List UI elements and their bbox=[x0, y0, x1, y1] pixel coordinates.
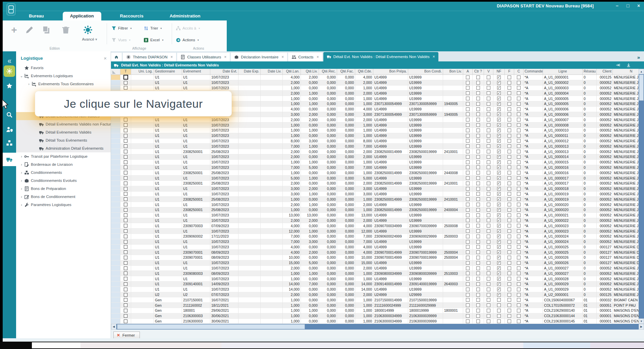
cell-ligne[interactable]: A_U1_0000001 bbox=[543, 75, 583, 80]
cell-c[interactable] bbox=[514, 165, 524, 170]
cell-qfac[interactable]: 0,000 bbox=[337, 112, 355, 117]
type-checkbox-icon[interactable] bbox=[124, 118, 127, 121]
checkbox-c[interactable] bbox=[517, 208, 521, 212]
table-row[interactable]: U1U110/07/20232,0000,0000,0000,0002,000U… bbox=[111, 154, 644, 160]
cell-dexp[interactable] bbox=[238, 229, 261, 234]
tab-d-claration-inventaire[interactable]: Déclaration Inventaire× bbox=[231, 53, 287, 61]
cell-dexp[interactable] bbox=[238, 213, 261, 218]
cell-qliv[interactable]: 0,000 bbox=[301, 234, 319, 239]
cell-sel[interactable] bbox=[111, 144, 120, 149]
column-header-qliv[interactable]: Qté.Liv. bbox=[301, 69, 319, 74]
cell-nf[interactable]: ✓ bbox=[493, 170, 505, 175]
cell-dliv[interactable] bbox=[261, 176, 283, 181]
cell-even[interactable]: U1 bbox=[182, 75, 210, 80]
cell-even[interactable]: 2111160002 bbox=[182, 303, 210, 308]
cell-unilog[interactable] bbox=[131, 271, 154, 276]
cell-nf[interactable]: ✓ bbox=[493, 160, 505, 165]
cell-client[interactable]: 000052 bbox=[597, 218, 613, 223]
checkbox-ctr[interactable] bbox=[476, 134, 480, 138]
cell-ligne[interactable]: A_U1_0000029 bbox=[543, 282, 583, 287]
cell-gest[interactable]: U1 bbox=[154, 255, 182, 260]
checkbox-c[interactable] bbox=[517, 298, 521, 302]
cell-sel[interactable] bbox=[111, 239, 120, 244]
cell-qlan[interactable]: 1,000 bbox=[283, 96, 301, 101]
cell-dliv[interactable] bbox=[261, 213, 283, 218]
type-checkbox-icon[interactable] bbox=[124, 192, 127, 196]
cell-qcde[interactable]: 1,000 bbox=[355, 96, 373, 101]
cell-bprepa[interactable]: 1800014999 bbox=[373, 308, 408, 313]
checkbox-nf-checked[interactable]: ✓ bbox=[497, 197, 501, 201]
cell-ctr[interactable] bbox=[473, 186, 484, 191]
cell-qcde[interactable]: 13,000 bbox=[355, 213, 373, 218]
cell-qliv[interactable]: 1,000 bbox=[301, 176, 319, 181]
cell-v[interactable] bbox=[484, 107, 493, 112]
cell-devt[interactable]: 10/07/2023 bbox=[210, 154, 238, 159]
cell-commande[interactable]: *A bbox=[524, 154, 543, 159]
cell-bcondi[interactable]: U19999 bbox=[408, 144, 443, 149]
cell-nf[interactable]: ✓ bbox=[493, 96, 505, 101]
type-checkbox-icon[interactable] bbox=[124, 235, 127, 238]
cell-even[interactable]: U1 bbox=[182, 202, 210, 207]
checkbox-c[interactable] bbox=[517, 261, 521, 265]
cell-qliv[interactable]: 0,000 bbox=[301, 297, 319, 302]
cell-qfac[interactable]: 0,000 bbox=[337, 234, 355, 239]
cell-even[interactable]: U1 bbox=[182, 80, 210, 85]
cell-bcondi[interactable]: U19999 bbox=[408, 192, 443, 197]
table-row[interactable]: U1U110/07/20233,0001,0000,0000,0003,000U… bbox=[111, 192, 644, 197]
checkbox-nf-checked[interactable]: ✓ bbox=[497, 218, 501, 222]
cell-qliv[interactable]: 0,000 bbox=[301, 122, 319, 128]
checkbox-a[interactable] bbox=[466, 309, 470, 312]
cell-t[interactable] bbox=[120, 297, 131, 302]
checkbox-v[interactable] bbox=[487, 197, 490, 201]
table-row[interactable]: U1230825000125/08/20231,0000,0000,0000,0… bbox=[111, 170, 644, 176]
cell-client[interactable]: 000052 bbox=[597, 202, 613, 207]
cell-bcondi[interactable]: U19999 bbox=[408, 276, 443, 281]
cell-nf[interactable]: ✓ bbox=[493, 207, 505, 212]
cell-nf[interactable]: ✓ bbox=[493, 186, 505, 191]
cell-qfac[interactable]: 0,000 bbox=[337, 218, 355, 223]
cell-bprepa[interactable]: 23082500014999 bbox=[373, 197, 408, 202]
cell-bliv[interactable]: 2500003 bbox=[443, 234, 463, 239]
cell-bprepa[interactable]: U14999 bbox=[373, 218, 408, 223]
cell-t[interactable] bbox=[120, 218, 131, 223]
cell-qliv[interactable]: 0,000 bbox=[301, 154, 319, 159]
checkbox-a[interactable] bbox=[466, 160, 470, 164]
cell-unilog[interactable] bbox=[131, 133, 154, 138]
cell-nf[interactable]: ✓ bbox=[493, 112, 505, 117]
cell-qrec[interactable]: 0,000 bbox=[319, 213, 337, 218]
checkbox-ctr[interactable] bbox=[476, 187, 480, 191]
cell-t[interactable] bbox=[120, 303, 131, 308]
column-header-bliv[interactable]: Bon Liv. bbox=[443, 69, 463, 74]
table-row[interactable]: U1U110/07/20237,0001,0000,0000,0007,000U… bbox=[111, 144, 644, 149]
cell-qrec[interactable]: 0,000 bbox=[319, 292, 337, 297]
cell-qrec[interactable]: 0,000 bbox=[319, 133, 337, 138]
cell-unilog[interactable] bbox=[131, 80, 154, 85]
cell-bcondi[interactable]: U19999 bbox=[408, 107, 443, 112]
advanced-label[interactable]: Avancé ▾ bbox=[75, 37, 104, 42]
cell-qcde[interactable]: 1,000 bbox=[355, 271, 373, 276]
cell-dexp[interactable] bbox=[238, 234, 261, 239]
checkbox-ctr[interactable] bbox=[476, 261, 480, 265]
table-row[interactable]: U1U110/07/202315,0005,0000,0000,00015,00… bbox=[111, 260, 644, 266]
cell-c[interactable] bbox=[514, 101, 524, 106]
column-header-qcde[interactable]: Qté.Cde. bbox=[355, 69, 373, 74]
cell-bliv[interactable]: 2500004 bbox=[443, 250, 463, 255]
cell-ctr[interactable] bbox=[473, 101, 484, 106]
checkbox-a[interactable] bbox=[466, 91, 470, 95]
cell-even[interactable]: U1 bbox=[182, 128, 210, 133]
cell-dexp[interactable] bbox=[238, 239, 261, 244]
cell-ligne[interactable]: A_U1_0000024 bbox=[543, 239, 583, 244]
cell-nf[interactable]: ✓ bbox=[493, 144, 505, 149]
checkbox-v[interactable] bbox=[487, 261, 490, 265]
nav-close-icon[interactable]: × bbox=[104, 55, 107, 61]
cell-dliv[interactable] bbox=[261, 260, 283, 265]
cell-c[interactable] bbox=[514, 160, 524, 165]
cell-dexp[interactable] bbox=[238, 181, 261, 186]
checkbox-ctr[interactable] bbox=[476, 107, 480, 111]
cell-a[interactable] bbox=[463, 96, 473, 101]
checkbox-a[interactable] bbox=[466, 261, 470, 265]
cell-sel[interactable] bbox=[111, 75, 120, 80]
cell-t[interactable] bbox=[120, 165, 131, 170]
cell-unilog[interactable] bbox=[131, 255, 154, 260]
cell-unilog[interactable] bbox=[131, 207, 154, 212]
